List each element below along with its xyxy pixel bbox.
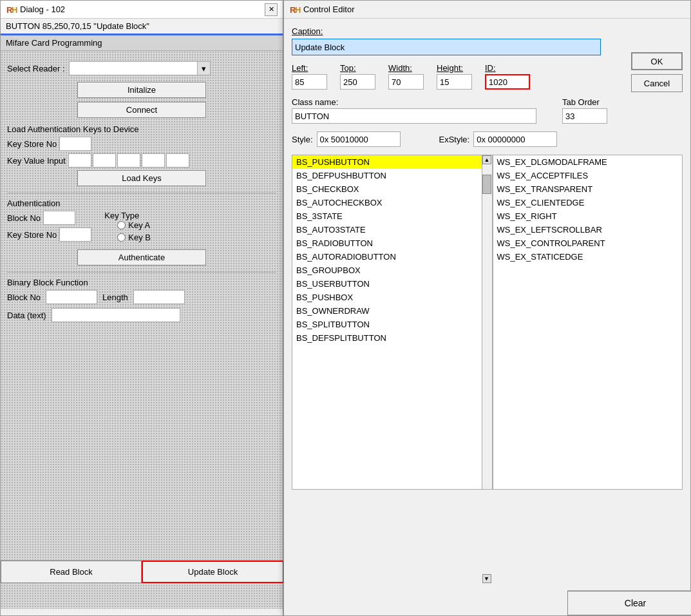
auth-block-no-input[interactable] [43,211,75,225]
ce-content: Caption: Left: Top: Width: Height: ID: [284,19,690,505]
top-label: Top: [340,63,375,73]
style-list-scrollbar[interactable]: ▲ ▼ [482,155,493,490]
style-list-item[interactable]: BS_OWNERDRAW [292,304,482,318]
key-a-radio[interactable] [117,221,126,229]
width-label: Width: [388,63,424,73]
exstyle-list-item[interactable]: WS_EX_LEFTSCROLLBAR [493,223,683,236]
left-input[interactable] [292,74,327,90]
auth-key-store-label: Key Store No [7,230,57,240]
exstyle-list-item[interactable]: WS_EX_CONTROLPARENT [493,236,683,250]
exstyle-list-item[interactable]: WS_EX_STATICEDGE [493,250,683,264]
key-val-1[interactable] [68,153,91,168]
taborder-input[interactable] [562,108,607,124]
key-value-inputs [68,153,189,168]
scroll-up-icon[interactable]: ▲ [482,155,491,164]
style-input[interactable] [317,131,401,147]
exstyle-list-item[interactable]: WS_EX_TRANSPARENT [493,182,683,196]
taborder-group: Tab Order [562,97,607,124]
exstyle-list: WS_EX_DLGMODALFRAMEWS_EX_ACCEPTFILESWS_E… [493,155,683,490]
classname-input[interactable] [292,108,536,124]
main-window-title: Dialog - 102 [20,5,65,14]
rh-logo-icon: R H [6,4,17,15]
binary-header: Binary Block Function [7,278,276,287]
id-input[interactable] [485,74,530,90]
select-reader-row: Select Reader : ▾ [7,61,276,75]
width-input[interactable] [388,74,424,90]
style-list-item[interactable]: BS_DEFPUSHBUTTON [292,169,482,182]
binary-length-input[interactable] [133,290,185,304]
auth-key-store-row: Key Store No [7,227,91,242]
section-divider-1 [7,193,276,193]
id-group: ID: [485,63,530,90]
main-titlebar: R H Dialog - 102 ✕ [1,1,283,19]
scrollbar-thumb[interactable] [482,175,491,194]
style-list-item[interactable]: BS_CHECKBOX [292,182,482,196]
authenticate-button[interactable]: Authenticate [77,249,206,265]
key-val-4[interactable] [142,153,165,168]
button-hint: BUTTON 85,250,70,15 "Update Block" [1,19,283,34]
style-list-item[interactable]: BS_RADIOBUTTON [292,236,482,250]
style-list-item[interactable]: BS_SPLITBUTTON [292,318,482,331]
update-block-button[interactable]: Update Block [142,561,284,583]
style-list-item[interactable]: BS_DEFSPLITBUTTON [292,331,482,345]
connect-button[interactable]: Connect [77,102,206,118]
style-label: Style: [292,135,313,144]
style-list-item[interactable]: BS_3STATE [292,209,482,223]
exstyle-input[interactable] [473,131,557,147]
key-val-3[interactable] [117,153,140,168]
auth-key-store-input[interactable] [59,227,91,242]
style-list-item[interactable]: BS_AUTO3STATE [292,223,482,236]
key-store-no-input[interactable] [59,137,91,151]
taborder-label: Tab Order [562,97,607,107]
style-list-item[interactable]: BS_PUSHBUTTON [292,155,482,169]
key-b-radio[interactable] [117,233,126,242]
read-block-button[interactable]: Read Block [1,561,142,583]
binary-data-label: Data (text) [7,311,46,320]
key-val-2[interactable] [93,153,116,168]
binary-data-input[interactable] [52,308,180,322]
style-list-item[interactable]: BS_PUSHBOX [292,291,482,304]
width-group: Width: [388,63,424,90]
binary-length-label: Length [102,293,128,302]
ce-title: Control Editor [303,5,354,14]
binary-data-row: Data (text) [7,308,276,322]
style-group: Style: [292,131,401,147]
key-b-label: Key B [128,233,151,242]
key-type-radio-group: Key A Key B [117,220,151,242]
ce-rh-logo-icon: R H [289,4,301,15]
cancel-button[interactable]: Cancel [631,74,683,92]
scroll-down-icon[interactable]: ▼ [482,574,491,583]
auth-header: Authentication [7,198,276,208]
clear-button[interactable]: Clear [567,591,691,615]
exstyle-list-item[interactable]: WS_EX_RIGHT [493,209,683,223]
style-list-item[interactable]: BS_GROUPBOX [292,264,482,277]
top-input[interactable] [340,74,375,90]
style-list-item[interactable]: BS_AUTOCHECKBOX [292,196,482,209]
auth-block-no-label: Block No [7,213,41,223]
key-value-row: Key Value Input [7,153,276,168]
ce-title-left: R H Control Editor [289,4,354,15]
svg-text:H: H [295,5,301,15]
key-val-5[interactable] [166,153,189,168]
exstyle-label: ExStyle: [439,135,470,144]
top-group: Top: [340,63,375,90]
lists-container: BS_PUSHBUTTONBS_DEFPUSHBUTTONBS_CHECKBOX… [292,155,683,490]
exstyle-list-item[interactable]: WS_EX_CLIENTEDGE [493,196,683,209]
style-row: Style: ExStyle: [292,131,683,147]
style-list-item[interactable]: BS_USERBUTTON [292,277,482,291]
caption-input[interactable] [292,39,601,55]
select-reader-arrow-icon[interactable]: ▾ [197,62,210,75]
ok-button[interactable]: OK [631,52,683,70]
exstyle-list-item[interactable]: WS_EX_DLGMODALFRAME [493,155,683,169]
binary-block-input[interactable] [46,290,97,304]
select-reader-input[interactable] [70,64,197,73]
initialize-button[interactable]: Initalize [77,82,206,98]
exstyle-list-item[interactable]: WS_EX_ACCEPTFILES [493,169,683,182]
load-keys-button[interactable]: Load Keys [77,170,206,186]
close-button[interactable]: ✕ [265,3,278,16]
style-list-item[interactable]: BS_AUTORADIOBUTTON [292,250,482,264]
dialog-section-title: Mifare Card Programming [1,35,283,51]
auth-right-col: Key Type Key A Key B [104,211,151,242]
select-reader-combo[interactable]: ▾ [69,61,211,75]
height-input[interactable] [437,74,472,90]
